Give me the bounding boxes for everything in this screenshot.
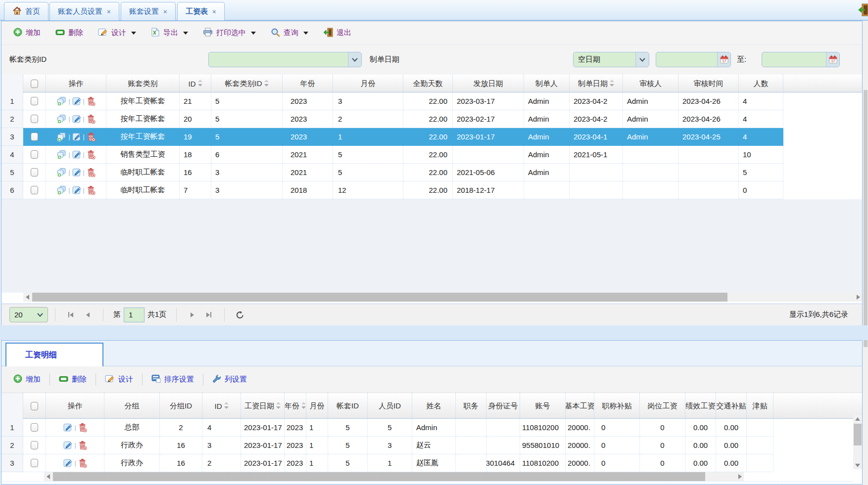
table-row[interactable]: 3|行政办1622023-01-172023151赵匡胤230104641108…: [1, 454, 862, 472]
page-size-select[interactable]: 20: [9, 307, 48, 322]
first-page-button[interactable]: [62, 308, 79, 322]
column-header[interactable]: 工资日期: [241, 393, 285, 419]
column-settings-button[interactable]: 列设置: [203, 374, 256, 385]
edit-row-icon[interactable]: [63, 458, 73, 468]
table-row[interactable]: 2||按年工资帐套2052023222.002023-02-17Admin202…: [1, 110, 862, 128]
date-mode-select[interactable]: 空日期: [573, 52, 649, 67]
row-checkbox[interactable]: [31, 150, 38, 159]
query-button[interactable]: 查询: [271, 28, 308, 39]
print-selected-button[interactable]: 打印选中: [203, 28, 256, 38]
tab-home[interactable]: 首页: [4, 2, 48, 20]
row-checkbox[interactable]: [31, 441, 38, 449]
next-page-button[interactable]: [184, 308, 200, 322]
copy-row-icon[interactable]: [56, 96, 67, 106]
add-button[interactable]: 增加: [13, 28, 41, 38]
date-from-input[interactable]: 17: [656, 52, 731, 67]
scroll-left-arrow[interactable]: [23, 293, 31, 302]
row-checkbox[interactable]: [31, 132, 38, 141]
detail-vertical-scrollbar[interactable]: [853, 415, 862, 469]
detail-design-button[interactable]: 设计: [96, 374, 142, 385]
row-checkbox[interactable]: [31, 186, 38, 194]
column-header[interactable]: ID: [180, 75, 211, 92]
column-header[interactable]: 帐套类别ID: [211, 75, 283, 92]
delete-row-icon[interactable]: [86, 114, 96, 124]
tab-account-person-settings[interactable]: 账套人员设置 ×: [49, 2, 119, 20]
select-all-checkbox[interactable]: [31, 402, 38, 410]
table-row[interactable]: 4||销售类型工资1862021522.00Admin2021-05-110: [1, 146, 862, 164]
delete-row-icon[interactable]: [86, 168, 96, 177]
select-all-checkbox[interactable]: [31, 80, 38, 88]
last-page-button[interactable]: [200, 308, 217, 322]
delete-row-icon[interactable]: [78, 423, 87, 433]
sort-settings-button[interactable]: 排序设置: [143, 374, 203, 385]
delete-row-icon[interactable]: [78, 441, 87, 450]
scrollbar-thumb[interactable]: [53, 472, 705, 481]
column-header[interactable]: 年份: [285, 393, 306, 419]
exit-button[interactable]: 退出: [323, 28, 351, 39]
copy-row-icon[interactable]: [56, 150, 67, 159]
calendar-icon[interactable]: 17: [826, 52, 839, 67]
horizontal-scrollbar[interactable]: [23, 293, 862, 302]
detail-horizontal-scrollbar[interactable]: [44, 472, 744, 481]
scroll-left-arrow[interactable]: [44, 472, 52, 481]
tab-payroll[interactable]: 工资表 ×: [177, 2, 225, 20]
close-icon[interactable]: ×: [212, 8, 216, 15]
copy-row-icon[interactable]: [56, 132, 67, 141]
date-to-input[interactable]: 17: [762, 52, 840, 67]
edit-row-icon[interactable]: [72, 96, 82, 106]
delete-row-icon[interactable]: [86, 96, 96, 106]
delete-row-icon[interactable]: [78, 458, 87, 468]
edit-row-icon[interactable]: [72, 185, 82, 195]
table-row[interactable]: 1|总部242023-01-172023155Admin110810200200…: [1, 419, 862, 437]
scroll-right-arrow[interactable]: [736, 472, 744, 481]
edit-row-icon[interactable]: [63, 423, 73, 432]
table-cell: 22.00: [403, 128, 453, 146]
row-checkbox[interactable]: [31, 97, 38, 105]
scroll-right-arrow[interactable]: [854, 293, 862, 302]
prev-page-button[interactable]: [79, 308, 96, 322]
detail-add-button[interactable]: 增加: [11, 374, 49, 385]
edit-row-icon[interactable]: [72, 114, 82, 124]
row-checkbox[interactable]: [31, 423, 38, 432]
close-icon[interactable]: ×: [163, 8, 167, 15]
edit-row-icon[interactable]: [63, 441, 73, 450]
scrollbar-thumb[interactable]: [864, 90, 868, 347]
row-checkbox[interactable]: [31, 168, 38, 176]
delete-row-icon[interactable]: [86, 150, 96, 160]
calendar-icon[interactable]: 17: [717, 52, 730, 67]
table-row[interactable]: 1||按年工资帐套2152023322.002023-03-17Admin202…: [1, 92, 862, 110]
edit-row-icon[interactable]: [72, 168, 82, 177]
scrollbar-thumb[interactable]: [32, 293, 727, 302]
delete-button[interactable]: 删除: [55, 28, 83, 38]
table-row[interactable]: 6||临时职工帐套7320181222.002018-12-170: [1, 181, 862, 199]
row-checkbox[interactable]: [31, 115, 38, 123]
scrollbar-thumb[interactable]: [854, 424, 862, 445]
copy-row-icon[interactable]: [56, 168, 67, 177]
delete-row-icon[interactable]: [86, 132, 96, 142]
page-scrollbar[interactable]: [863, 21, 868, 485]
table-row[interactable]: 3||按年工资帐套1952023122.002023-01-17Admin202…: [1, 128, 862, 146]
page-number-input[interactable]: 1: [124, 308, 145, 322]
copy-row-icon[interactable]: [56, 185, 67, 195]
table-row[interactable]: 2|行政办1632023-01-172023153赵云9558010102000…: [1, 437, 862, 454]
exit-door-icon[interactable]: [858, 3, 868, 18]
column-header[interactable]: 制单日期: [570, 75, 623, 92]
copy-row-icon[interactable]: [56, 114, 67, 124]
tab-account-settings[interactable]: 账套设置 ×: [121, 2, 176, 20]
scroll-up-arrow[interactable]: [853, 415, 862, 423]
scroll-down-arrow[interactable]: [853, 461, 862, 469]
refresh-button[interactable]: [232, 308, 248, 322]
edit-row-icon[interactable]: [72, 132, 82, 141]
detail-delete-button[interactable]: 删除: [50, 375, 96, 385]
account-type-select[interactable]: [208, 52, 362, 67]
export-button[interactable]: X 导出: [151, 28, 188, 38]
tab-salary-detail[interactable]: 工资明细: [5, 343, 103, 366]
delete-row-icon[interactable]: [86, 185, 96, 195]
column-header[interactable]: ID: [202, 393, 241, 419]
row-checkbox[interactable]: [31, 459, 38, 467]
table-row[interactable]: 5||临时职工帐套1632021522.002021-05-06Admin5: [1, 164, 862, 181]
edit-row-icon[interactable]: [72, 150, 82, 159]
design-button[interactable]: 设计: [98, 28, 136, 38]
close-icon[interactable]: ×: [107, 8, 111, 15]
table-cell: 2023-04-2: [570, 110, 623, 128]
